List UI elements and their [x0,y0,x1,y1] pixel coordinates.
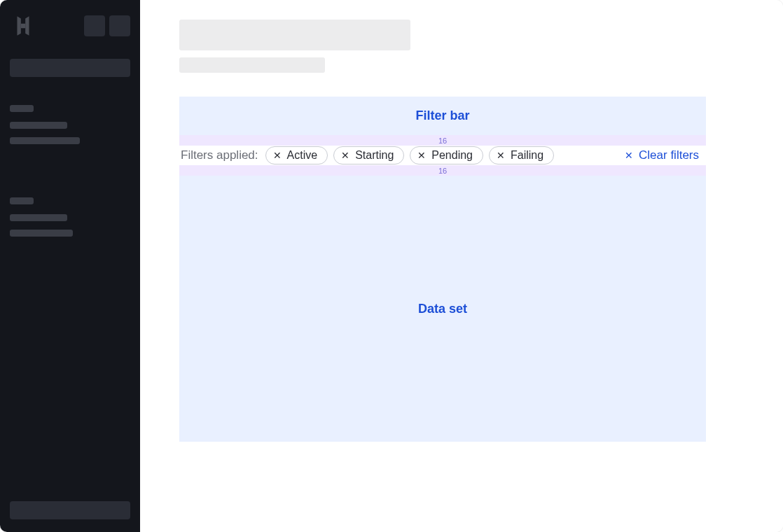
nav-item[interactable] [10,137,80,144]
filters-applied-label: Filters applied: [181,148,258,162]
nav-heading [10,197,34,204]
filter-chips: ✕ Active ✕ Starting ✕ Pending ✕ Failing [265,146,555,164]
main-content: Filter bar 16 Filters applied: ✕ Active … [140,0,783,532]
spacing-value: 16 [438,136,447,145]
app-frame: Filter bar 16 Filters applied: ✕ Active … [0,0,783,532]
filter-bar-title: Filter bar [415,108,469,123]
chip-label: Starting [355,149,394,162]
sidebar-top-buttons [84,15,130,36]
close-icon[interactable]: ✕ [341,150,349,160]
dataset-title: Data set [418,302,467,316]
nav-section-2 [10,197,130,245]
sidebar [0,0,140,532]
filter-chip-active[interactable]: ✕ Active [265,146,328,164]
panel-stack: Filter bar 16 Filters applied: ✕ Active … [179,97,706,442]
filter-chip-pending[interactable]: ✕ Pending [410,146,483,164]
spacing-indicator-top: 16 [179,135,706,146]
context-switcher[interactable] [10,59,130,77]
chip-label: Failing [511,149,543,162]
filter-bar-panel: Filter bar [179,97,706,135]
close-icon[interactable]: ✕ [273,150,282,160]
spacing-value: 16 [438,167,447,175]
sidebar-footer[interactable] [10,501,130,519]
filter-chip-failing[interactable]: ✕ Failing [489,146,554,164]
chip-label: Active [287,149,318,162]
spacing-indicator-bottom: 16 [179,165,706,176]
filters-applied-row: Filters applied: ✕ Active ✕ Starting ✕ P… [179,146,706,165]
page-title-placeholder [179,20,410,50]
chip-label: Pending [431,149,473,162]
close-icon[interactable]: ✕ [497,150,505,160]
sidebar-top-button-2[interactable] [109,15,130,36]
nav-section-1 [10,105,130,153]
dataset-panel: Data set [179,176,706,442]
clear-filters-button[interactable]: ✕ Clear filters [625,148,705,162]
close-icon: ✕ [625,150,633,161]
hashicorp-logo-icon [10,13,36,39]
clear-filters-label: Clear filters [639,148,699,162]
sidebar-top [10,13,130,39]
nav-item[interactable] [10,122,67,129]
nav-item[interactable] [10,214,67,221]
page-subtitle-placeholder [179,57,325,73]
sidebar-top-button-1[interactable] [84,15,105,36]
close-icon[interactable]: ✕ [417,150,426,160]
filter-chip-starting[interactable]: ✕ Starting [333,146,404,164]
nav-heading [10,105,34,112]
nav-item[interactable] [10,230,73,237]
